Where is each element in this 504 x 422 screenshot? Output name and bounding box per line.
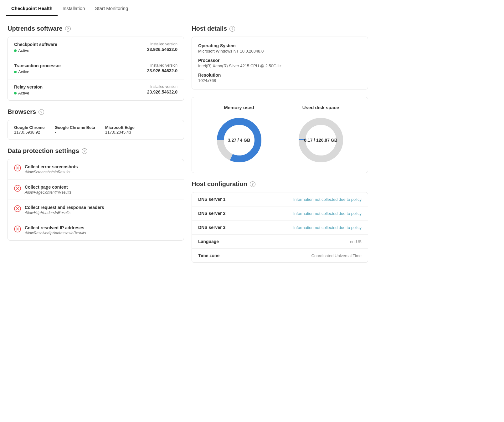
host-config-card: DNS server 1 Information not collected d…	[192, 192, 368, 263]
browser-chrome: Google Chrome 117.0.5938.92	[14, 125, 45, 135]
dp-item-ip: Collect resolved IP addreses AllowResolv…	[8, 220, 184, 240]
software-name-relay: Relay version	[14, 84, 43, 89]
version-info-relay: Installed version 23.926.54632.0	[147, 84, 177, 94]
host-detail-os: Operating System Microsoft Windows NT 10…	[198, 43, 362, 53]
metrics-card: Memory used 3.27 / 4 GB Used disk space	[192, 97, 368, 173]
x-circle-icon-headers	[14, 205, 21, 212]
left-column: Uptrends software ? Checkpoint software …	[8, 25, 184, 263]
software-item-checkpoint: Checkpoint software Active Installed ver…	[8, 37, 184, 58]
dp-card: Collect error screenshots AllowScreensho…	[8, 159, 184, 241]
version-info-transaction: Installed version 23.926.54632.0	[147, 63, 177, 73]
memory-donut: 3.27 / 4 GB	[214, 115, 264, 165]
host-config-section: Host configuration ? DNS server 1 Inform…	[192, 180, 368, 263]
browsers-title: Browsers ?	[8, 108, 184, 115]
dot-green-transaction	[14, 71, 17, 73]
dp-item-headers: Collect request and response headers All…	[8, 200, 184, 220]
software-item-transaction: Transaction processor Active Installed v…	[8, 58, 184, 79]
data-protection-help-icon[interactable]: ?	[82, 148, 87, 154]
browser-edge: Microsoft Edge 117.0.2045.43	[105, 125, 135, 135]
tab-installation[interactable]: Installation	[58, 0, 90, 16]
dp-item-page-content: Collect page content AllowPageContentInR…	[8, 180, 184, 200]
tab-bar: Checkpoint Health Installation Start Mon…	[0, 0, 504, 16]
dp-item-screenshots: Collect error screenshots AllowScreensho…	[8, 159, 184, 180]
config-row-dns2: DNS server 2 Information not collected d…	[192, 206, 368, 221]
main-content: Uptrends software ? Checkpoint software …	[0, 16, 376, 272]
tab-checkpoint-health[interactable]: Checkpoint Health	[6, 0, 58, 16]
config-row-dns3: DNS server 3 Information not collected d…	[192, 221, 368, 235]
config-row-language: Language en-US	[192, 235, 368, 249]
browser-chrome-beta: Google Chrome Beta -	[55, 125, 95, 135]
disk-donut: 0.17 / 126.87 GB	[296, 115, 346, 165]
browsers-row: Google Chrome 117.0.5938.92 Google Chrom…	[14, 125, 177, 135]
host-details-help-icon[interactable]: ?	[229, 26, 235, 32]
uptrends-software-title: Uptrends software ?	[8, 25, 184, 32]
version-info-checkpoint: Installed version 23.926.54632.0	[147, 42, 177, 52]
config-row-dns1: DNS server 1 Information not collected d…	[192, 192, 368, 206]
software-item-relay: Relay version Active Installed version 2…	[8, 79, 184, 100]
dot-green-relay	[14, 92, 17, 94]
x-circle-icon-screenshots	[14, 165, 21, 171]
x-circle-icon-ip	[14, 226, 21, 232]
host-detail-processor: Processor Intel(R) Xeon(R) Silver 4215 C…	[198, 58, 362, 68]
disk-metric: Used disk space 0.17 / 126.87 GB	[296, 105, 346, 165]
tab-start-monitoring[interactable]: Start Monitoring	[90, 0, 133, 16]
browsers-help-icon[interactable]: ?	[39, 109, 44, 115]
uptrends-software-card: Checkpoint software Active Installed ver…	[8, 37, 184, 101]
browsers-card: Google Chrome 117.0.5938.92 Google Chrom…	[8, 120, 184, 140]
status-checkpoint: Active	[14, 48, 57, 53]
host-config-title: Host configuration ?	[192, 180, 368, 188]
dot-green-checkpoint	[14, 49, 17, 52]
x-circle-icon-page-content	[14, 185, 21, 192]
host-config-help-icon[interactable]: ?	[250, 181, 255, 187]
software-name-checkpoint: Checkpoint software	[14, 42, 57, 47]
status-relay: Active	[14, 91, 43, 95]
browsers-section: Browsers ? Google Chrome 117.0.5938.92 G…	[8, 108, 184, 140]
status-transaction: Active	[14, 69, 61, 74]
host-detail-resolution: Resolution 1024x768	[198, 73, 362, 83]
software-name-transaction: Transaction processor	[14, 63, 61, 68]
data-protection-title: Data protection settings ?	[8, 147, 184, 155]
config-row-timezone: Time zone Coordinated Universal Time	[192, 249, 368, 262]
uptrends-software-section: Uptrends software ? Checkpoint software …	[8, 25, 184, 101]
host-details-card: Operating System Microsoft Windows NT 10…	[192, 37, 368, 89]
host-details-section: Host details ? Operating System Microsof…	[192, 25, 368, 89]
data-protection-section: Data protection settings ? Collect error…	[8, 147, 184, 241]
host-details-title: Host details ?	[192, 25, 368, 32]
disk-label: 0.17 / 126.87 GB	[304, 138, 337, 143]
right-column: Host details ? Operating System Microsof…	[192, 25, 368, 263]
uptrends-software-help-icon[interactable]: ?	[65, 26, 71, 32]
memory-metric: Memory used 3.27 / 4 GB	[214, 105, 264, 165]
memory-label: 3.27 / 4 GB	[228, 138, 250, 143]
